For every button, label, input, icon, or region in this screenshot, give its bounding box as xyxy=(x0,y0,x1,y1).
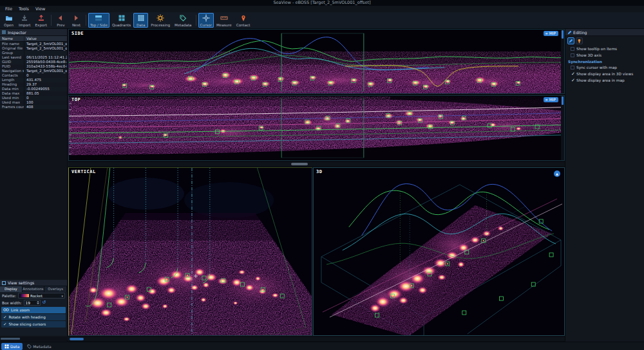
top-vertical-scrollbar[interactable] xyxy=(561,96,564,160)
palette-dropdown[interactable]: Rocket ▾ xyxy=(18,293,65,299)
table-row[interactable]: Length431.475 xyxy=(0,78,67,82)
bottom-horizontal-scrollbar[interactable] xyxy=(68,337,565,341)
measure-button[interactable]: Measure xyxy=(214,13,234,28)
reset-icon[interactable]: ↺ xyxy=(43,300,46,305)
edit-mode-button[interactable] xyxy=(567,37,574,44)
top-mip-button[interactable]: ≡MIP xyxy=(544,97,558,102)
menu-view[interactable]: View xyxy=(32,6,48,12)
table-row[interactable]: File nameTarget_2_5mVOL001_off... xyxy=(0,42,67,46)
box-width-spinner[interactable]: 19 xyxy=(24,300,41,306)
table-row[interactable]: Used max100 xyxy=(0,100,67,105)
menu-file[interactable]: File xyxy=(2,6,15,12)
table-row[interactable]: Frames count408 xyxy=(0,105,67,109)
place-marker-button[interactable] xyxy=(576,37,583,44)
table-row[interactable]: Used min0 xyxy=(0,96,67,100)
table-row[interactable]: Data max881.05 xyxy=(0,91,67,96)
top-side-layout-button[interactable]: Top / Side xyxy=(88,13,109,28)
spinner-arrows-icon[interactable] xyxy=(36,301,40,304)
checkbox-sync-cursor[interactable]: Sync cursor with map xyxy=(565,64,644,71)
column-name[interactable]: Name xyxy=(0,36,24,41)
left-panel-scrollbar[interactable] xyxy=(0,337,68,340)
box-width-value: 19 xyxy=(24,301,36,305)
import-icon xyxy=(21,14,28,22)
prev-arrow-icon xyxy=(57,14,64,22)
data-button[interactable]: Data xyxy=(133,13,148,28)
box-width-row: Box width: 19 ↺ xyxy=(0,299,67,306)
table-row[interactable]: Navigation s...Target_2_5mVOL001_off... xyxy=(0,69,67,73)
side-sonar-image[interactable] xyxy=(69,30,564,93)
synchronization-section-title: Synchronization xyxy=(565,59,644,64)
checkbox-label: Show 3D axis xyxy=(576,53,601,57)
rotate-with-heading-toggle[interactable]: ✓ Rotate with heading xyxy=(1,314,66,320)
main-view-area: SIDE ≡MIP xyxy=(68,29,565,342)
checkbox-box xyxy=(571,66,574,69)
quadrants-layout-button[interactable]: Quadrants xyxy=(110,13,133,28)
show-slicing-cursors-toggle[interactable]: ✓ Show slicing cursors xyxy=(1,321,66,327)
link-zoom-toggle[interactable]: Link zoom xyxy=(1,307,66,313)
layers-icon: ≡ xyxy=(545,32,548,35)
colormap-swatch-icon xyxy=(20,294,29,297)
pencil-icon xyxy=(569,39,573,43)
prev-button[interactable]: Prev xyxy=(53,13,68,28)
side-view-label: SIDE xyxy=(71,31,84,36)
scrollbar-thumb[interactable] xyxy=(1,338,20,340)
table-row[interactable]: Heading29.37 xyxy=(0,82,67,87)
column-value[interactable]: Value xyxy=(24,36,67,41)
export-button[interactable]: Export xyxy=(33,13,49,28)
table-row[interactable]: GUID25595b50-0438-4ce8-ae8... xyxy=(0,60,67,64)
checkbox-show-tooltip[interactable]: Show tooltip on items xyxy=(565,46,644,52)
side-view[interactable]: SIDE ≡MIP xyxy=(68,29,565,94)
tab-overlays[interactable]: Overlays xyxy=(44,286,67,292)
horizontal-scrollbar[interactable] xyxy=(68,162,565,166)
checkbox-show-3d-axis[interactable]: Show 3D axis xyxy=(565,52,644,59)
table-row[interactable]: Contacts0 xyxy=(0,73,67,78)
toggle-label: Rotate with heading xyxy=(8,315,45,319)
vertical-view[interactable]: VERTICAL xyxy=(68,167,312,336)
scrollbar-thumb[interactable] xyxy=(562,30,564,39)
statusbar-tab-metadata[interactable]: Metadata xyxy=(24,343,54,350)
top-view[interactable]: TOP ≡MIP xyxy=(68,95,565,161)
statusbar-tab-data[interactable]: Data xyxy=(1,343,23,350)
checkbox-display-area-3d[interactable]: Show display area in 3D views xyxy=(565,71,644,77)
measure-ruler-icon xyxy=(220,14,228,22)
checkbox-label: Sync cursor with map xyxy=(576,66,617,69)
metadata-button[interactable]: Metadata xyxy=(173,13,194,28)
view-settings-panel: View settings Display Annotations Overla… xyxy=(0,280,67,336)
tab-display[interactable]: Display xyxy=(0,286,23,292)
side-vertical-scrollbar[interactable] xyxy=(561,30,564,93)
tab-annotations[interactable]: Annotations xyxy=(23,286,45,292)
editing-toolbar xyxy=(565,36,644,46)
three-d-sonar-image[interactable] xyxy=(314,168,564,335)
toggle-label: Link zoom xyxy=(11,308,30,312)
window-titlebar[interactable]: SeaView - eBOSS [Target_2_5mVOL001_offse… xyxy=(0,0,644,6)
view-settings-header[interactable]: View settings xyxy=(0,280,67,286)
three-d-view[interactable]: 3D ▲ xyxy=(313,167,565,336)
open-button[interactable]: Open xyxy=(1,13,16,28)
vertical-sonar-image[interactable] xyxy=(69,168,312,335)
top-sonar-image[interactable] xyxy=(69,96,564,160)
table-row[interactable]: Last saved06/11/2025 11:12:41.208 xyxy=(0,55,67,60)
scrollbar-thumb[interactable] xyxy=(562,97,564,105)
data-grid-icon xyxy=(5,344,9,349)
checkbox-display-area-map[interactable]: Show display area in map xyxy=(565,77,644,84)
inspector-header[interactable]: Inspector xyxy=(0,29,67,36)
scrollbar-thumb[interactable] xyxy=(70,338,84,340)
table-row[interactable]: Data min-0.00249055 xyxy=(0,87,67,91)
table-row[interactable]: PUID310a3433-558b-4ec0-b2... xyxy=(0,64,67,69)
import-button[interactable]: Import xyxy=(17,13,33,28)
processing-button[interactable]: Processing xyxy=(149,13,172,28)
table-row[interactable]: Group xyxy=(0,51,67,55)
table-row[interactable]: Original file n...Target_2_5mVOL001_off.… xyxy=(0,46,67,51)
three-d-view-label: 3D xyxy=(316,169,322,174)
top-side-layout-icon xyxy=(95,14,102,22)
inspector-title: Inspector xyxy=(8,30,26,35)
contact-button[interactable]: Contact xyxy=(234,13,252,28)
scrollbar-thumb[interactable] xyxy=(291,163,308,165)
next-button[interactable]: Next xyxy=(69,13,84,28)
side-mip-button[interactable]: ≡MIP xyxy=(544,31,558,36)
editing-header[interactable]: Editing xyxy=(565,29,644,36)
menu-tools[interactable]: Tools xyxy=(15,6,32,12)
three-d-orient-button[interactable]: ▲ xyxy=(554,170,560,177)
cursor-button[interactable]: Cursor xyxy=(198,13,214,28)
checkbox-box xyxy=(571,47,574,51)
